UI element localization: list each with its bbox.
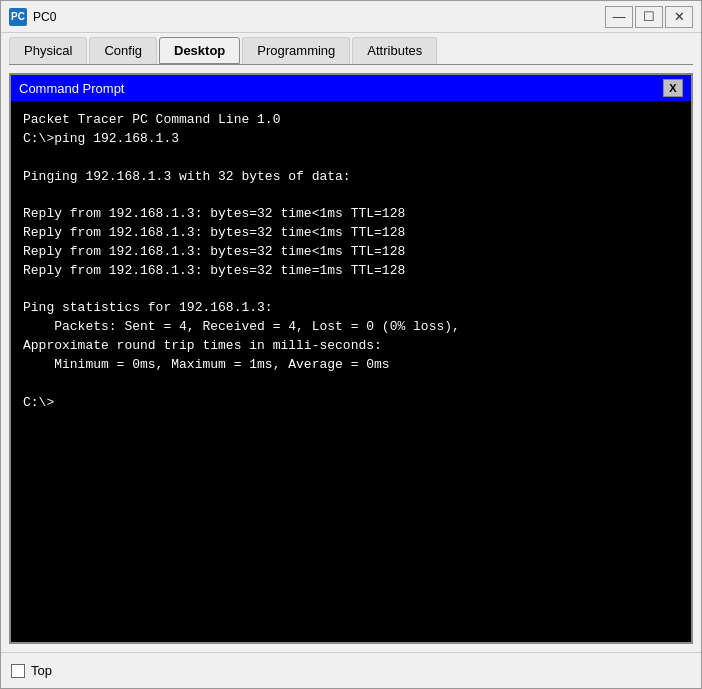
tab-bar: Physical Config Desktop Programming Attr… xyxy=(1,33,701,64)
close-button[interactable]: ✕ xyxy=(665,6,693,28)
top-label: Top xyxy=(31,663,52,678)
cmd-body[interactable]: Packet Tracer PC Command Line 1.0 C:\>pi… xyxy=(11,101,691,642)
maximize-button[interactable]: ☐ xyxy=(635,6,663,28)
tab-desktop[interactable]: Desktop xyxy=(159,37,240,64)
cmd-title-text: Command Prompt xyxy=(19,81,124,96)
main-window: PC PC0 — ☐ ✕ Physical Config Desktop Pro… xyxy=(0,0,702,689)
cmd-close-button[interactable]: X xyxy=(663,79,683,97)
window-title: PC0 xyxy=(33,10,605,24)
title-bar: PC PC0 — ☐ ✕ xyxy=(1,1,701,33)
tab-attributes[interactable]: Attributes xyxy=(352,37,437,64)
minimize-button[interactable]: — xyxy=(605,6,633,28)
tab-config[interactable]: Config xyxy=(89,37,157,64)
tab-physical[interactable]: Physical xyxy=(9,37,87,64)
bottom-bar: Top xyxy=(1,652,701,688)
window-icon: PC xyxy=(9,8,27,26)
cmd-title-bar: Command Prompt X xyxy=(11,75,691,101)
command-prompt-window: Command Prompt X Packet Tracer PC Comman… xyxy=(9,73,693,644)
window-controls: — ☐ ✕ xyxy=(605,6,693,28)
content-area: Command Prompt X Packet Tracer PC Comman… xyxy=(1,65,701,652)
top-checkbox[interactable] xyxy=(11,664,25,678)
tab-programming[interactable]: Programming xyxy=(242,37,350,64)
